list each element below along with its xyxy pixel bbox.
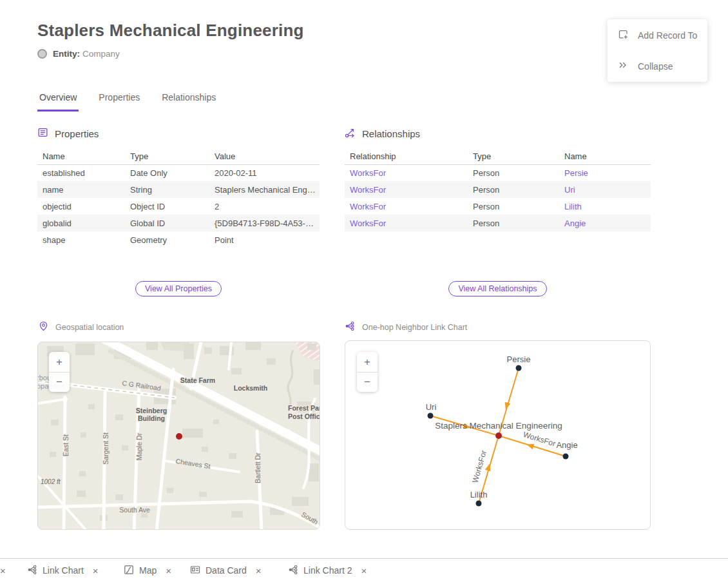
entity-row: Entity:Company: [37, 49, 120, 59]
geospatial-section-header: Geospatial location: [39, 321, 124, 333]
entity-type: Company: [82, 49, 120, 59]
map-label-post-office: Forest Par: [288, 404, 320, 412]
page-title: Staplers Mechanical Engineering: [37, 21, 304, 41]
entity-label: Entity:: [53, 49, 80, 59]
clipped-tab-close-icon[interactable]: ×: [0, 559, 6, 582]
related-entity-link[interactable]: Persie: [559, 164, 651, 181]
column-header: Name: [37, 148, 125, 164]
map-zoom-in-button[interactable]: +: [49, 352, 70, 372]
node-uri[interactable]: [428, 413, 434, 419]
link-chart-icon: [288, 565, 298, 577]
related-entity-link[interactable]: Angie: [559, 215, 651, 231]
entity-color-dot: [37, 49, 47, 59]
property-type: String: [125, 181, 209, 198]
node-label[interactable]: Persie: [507, 354, 531, 364]
properties-table-header-row: Name Type Value: [37, 148, 320, 164]
view-tab-data-card[interactable]: Data Card ×: [190, 559, 262, 582]
link-chart-canvas[interactable]: WorksFor WorksFor Persie Uri Angie Lilit…: [345, 340, 651, 530]
location-pin-icon: [39, 321, 48, 333]
column-header: Name: [559, 148, 651, 164]
map-label-locksmith: Locksmith: [234, 384, 268, 392]
column-header: Type: [468, 148, 559, 164]
chart-zoom-in-button[interactable]: +: [357, 352, 378, 372]
node-lilith[interactable]: [476, 501, 482, 507]
close-icon[interactable]: ×: [256, 565, 262, 576]
chart-zoom-out-button[interactable]: −: [357, 372, 378, 392]
view-all-relationships-button[interactable]: View All Relationships: [448, 281, 546, 296]
properties-section-header: Properties: [37, 127, 99, 140]
map-zoom-out-button[interactable]: −: [49, 372, 70, 392]
relationships-section-title: Relationships: [362, 128, 420, 139]
view-all-relationships-wrap: View All Relationships: [345, 281, 651, 296]
relationships-table: Relationship Type Name WorksFor Person P…: [345, 148, 651, 231]
close-icon[interactable]: ×: [93, 565, 99, 576]
relationship-link[interactable]: WorksFor: [345, 198, 468, 215]
property-value: 2: [209, 198, 320, 215]
map-label-steinberg: Steinberg: [136, 407, 167, 414]
menu-item-label: Add Record To: [638, 30, 697, 41]
table-row: objectid Object ID 2: [37, 198, 320, 215]
map-label-sargent-st: Sargent St: [102, 432, 110, 465]
relationship-link[interactable]: WorksFor: [345, 181, 468, 198]
tab-relationships[interactable]: Relationships: [160, 92, 218, 112]
view-all-properties-wrap: View All Properties: [37, 281, 320, 296]
context-menu: Add Record To Collapse: [608, 19, 707, 82]
properties-table: Name Type Value established Date Only 20…: [37, 148, 320, 248]
table-row: name String Staplers Mechanical Eng…: [37, 181, 320, 198]
map-label-steinberg: Building: [138, 414, 165, 422]
map-entity-marker[interactable]: [176, 433, 182, 440]
arrowhead: [485, 463, 493, 471]
map-label-bartlett-dr: Bartlett Dr: [254, 452, 262, 483]
property-name: globalid: [37, 215, 125, 231]
properties-section-title: Properties: [55, 128, 99, 139]
relationship-link[interactable]: WorksFor: [345, 164, 468, 181]
link-chart-icon: [345, 321, 355, 333]
map-label-state-farm: State Farm: [180, 376, 215, 384]
tab-overview[interactable]: Overview: [37, 92, 79, 112]
arrowhead: [526, 441, 534, 449]
view-tab-link-chart[interactable]: Link Chart ×: [27, 559, 99, 582]
view-tab-label: Data Card: [206, 565, 247, 576]
table-row: globalid Global ID {5D9B4713-F98D-4A53-…: [37, 215, 320, 231]
map-canvas[interactable]: rbour opaedics C G Railroad State Farm L…: [37, 342, 320, 530]
view-all-properties-button[interactable]: View All Properties: [135, 281, 222, 296]
link-chart-section-header: One-hop Neighbor Link Chart: [345, 321, 467, 333]
property-name: established: [37, 164, 125, 181]
view-tab-map[interactable]: Map ×: [124, 559, 171, 582]
node-label[interactable]: Angie: [556, 440, 577, 450]
column-header: Value: [209, 148, 320, 164]
node-label[interactable]: Lilith: [470, 490, 488, 500]
relationship-type: Person: [468, 198, 559, 215]
relationships-icon: [345, 127, 356, 140]
table-row: WorksFor Person Persie: [345, 164, 651, 181]
related-entity-link[interactable]: Uri: [559, 181, 651, 198]
node-persie[interactable]: [516, 365, 522, 371]
property-value: 2020-02-11: [209, 164, 320, 181]
menu-item-add-record-to[interactable]: Add Record To: [617, 28, 698, 42]
relationship-link[interactable]: WorksFor: [345, 215, 468, 231]
center-node-label[interactable]: Staplers Mechanical Engineering: [435, 421, 562, 431]
relationships-section-header: Relationships: [345, 127, 420, 140]
menu-item-collapse[interactable]: Collapse: [617, 59, 698, 73]
view-tab-label: Link Chart 2: [303, 565, 352, 576]
table-row: shape Geometry Point: [37, 231, 320, 248]
property-value: Point: [209, 231, 320, 248]
view-tab-link-chart-2[interactable]: Link Chart 2 ×: [288, 559, 367, 582]
node-angie[interactable]: [563, 454, 569, 460]
node-label[interactable]: Uri: [426, 402, 437, 412]
view-tab-label: Map: [139, 565, 157, 576]
tab-properties[interactable]: Properties: [97, 92, 142, 112]
related-entity-link[interactable]: Lilith: [559, 198, 651, 215]
map-label-south-ave: South Ave: [119, 506, 150, 514]
table-row: WorksFor Person Angie: [345, 215, 651, 231]
edge-label-worksfor: WorksFor: [522, 430, 557, 449]
node-center-staplers[interactable]: [495, 432, 502, 439]
map-label-post-office: Post Offic: [288, 412, 320, 420]
property-name: shape: [37, 231, 125, 248]
close-icon[interactable]: ×: [361, 565, 367, 576]
link-chart-section-title: One-hop Neighbor Link Chart: [362, 323, 467, 332]
view-tab-label: Link Chart: [43, 565, 84, 576]
table-row: WorksFor Person Lilith: [345, 198, 651, 215]
close-icon[interactable]: ×: [166, 565, 171, 576]
relationship-type: Person: [468, 181, 559, 198]
